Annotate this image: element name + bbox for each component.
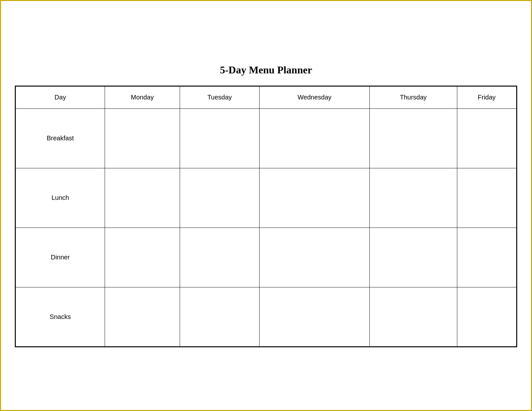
meal-cell[interactable] bbox=[180, 287, 260, 347]
meal-label-lunch: Lunch bbox=[15, 168, 105, 228]
meal-cell[interactable] bbox=[105, 108, 180, 168]
meal-cell[interactable] bbox=[260, 228, 370, 287]
meal-cell[interactable] bbox=[105, 168, 180, 228]
meal-cell[interactable] bbox=[180, 228, 260, 287]
header-cell-thursday: Thursday bbox=[370, 86, 457, 108]
page-title: 5-Day Menu Planner bbox=[220, 64, 312, 76]
meal-row-dinner: Dinner bbox=[15, 228, 517, 287]
meal-cell[interactable] bbox=[457, 228, 517, 287]
meal-cell[interactable] bbox=[370, 108, 457, 168]
meal-cell[interactable] bbox=[457, 287, 517, 347]
meal-label-dinner: Dinner bbox=[15, 228, 105, 287]
header-cell-monday: Monday bbox=[105, 86, 180, 108]
header-cell-day: Day bbox=[15, 86, 105, 108]
meal-cell[interactable] bbox=[105, 228, 180, 287]
header-cell-tuesday: Tuesday bbox=[180, 86, 260, 108]
header-row: DayMondayTuesdayWednesdayThursdayFriday bbox=[15, 86, 517, 108]
meal-label-breakfast: Breakfast bbox=[15, 108, 105, 168]
meal-cell[interactable] bbox=[260, 108, 370, 168]
meal-cell[interactable] bbox=[105, 287, 180, 347]
menu-planner-table: DayMondayTuesdayWednesdayThursdayFriday … bbox=[15, 86, 517, 347]
meal-cell[interactable] bbox=[370, 287, 457, 347]
meal-cell[interactable] bbox=[457, 108, 517, 168]
meal-label-snacks: Snacks bbox=[15, 287, 105, 347]
meal-cell[interactable] bbox=[180, 108, 260, 168]
meal-cell[interactable] bbox=[180, 168, 260, 228]
meal-row-snacks: Snacks bbox=[15, 287, 517, 347]
meal-row-lunch: Lunch bbox=[15, 168, 517, 228]
header-cell-wednesday: Wednesday bbox=[260, 86, 370, 108]
meal-cell[interactable] bbox=[457, 168, 517, 228]
meal-cell[interactable] bbox=[260, 287, 370, 347]
meal-cell[interactable] bbox=[370, 168, 457, 228]
meal-cell[interactable] bbox=[370, 228, 457, 287]
header-cell-friday: Friday bbox=[457, 86, 517, 108]
page-container: 5-Day Menu Planner DayMondayTuesdayWedne… bbox=[15, 64, 517, 347]
meal-cell[interactable] bbox=[260, 168, 370, 228]
meal-row-breakfast: Breakfast bbox=[15, 108, 517, 168]
